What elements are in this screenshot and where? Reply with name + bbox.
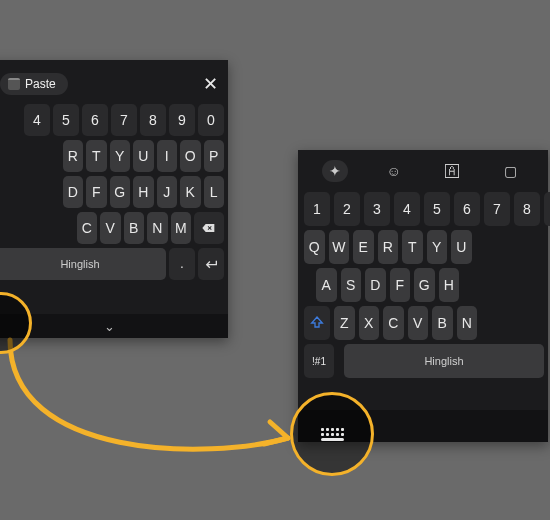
key-row-1: R T Y U I O P [0, 138, 228, 174]
key-c[interactable]: C [383, 306, 404, 340]
enter-key[interactable] [198, 248, 224, 280]
keyboard-left: Paste ✕ 4 5 6 7 8 9 0 R T Y U I O P D F … [0, 60, 228, 338]
emoji-icon[interactable]: ☺ [381, 160, 407, 182]
chevron-down-icon[interactable]: ⌄ [104, 319, 115, 334]
key-7[interactable]: 7 [111, 104, 137, 136]
backspace-key[interactable] [194, 212, 224, 244]
clipboard-icon[interactable]: ▢ [498, 160, 524, 182]
paste-chip[interactable]: Paste [0, 73, 68, 95]
key-row-1: Q W E R T Y U [298, 228, 548, 266]
key-n[interactable]: N [147, 212, 168, 244]
toolbar: ✦ ☺ 🄰 ▢ [298, 152, 548, 190]
key-4[interactable]: 4 [394, 192, 420, 226]
key-h[interactable]: H [439, 268, 460, 302]
key-8[interactable]: 8 [140, 104, 166, 136]
key-8[interactable]: 8 [514, 192, 540, 226]
symbols-key[interactable]: !#1 [304, 344, 334, 378]
key-4[interactable]: 4 [24, 104, 50, 136]
key-e[interactable]: E [353, 230, 374, 264]
key-u[interactable]: U [451, 230, 472, 264]
key-j[interactable]: J [157, 176, 178, 208]
keyboard-switch-icon[interactable] [321, 428, 344, 441]
highlight-circle-right [290, 392, 374, 476]
key-1[interactable]: 1 [304, 192, 330, 226]
shift-key[interactable] [304, 306, 330, 340]
key-7[interactable]: 7 [484, 192, 510, 226]
key-row-numbers: 1 2 3 4 5 6 7 8 9 0 [298, 190, 548, 228]
key-a[interactable]: A [316, 268, 337, 302]
key-row-space: !#1 Hinglish [298, 342, 548, 380]
suggestion-bar: Paste ✕ [0, 64, 228, 102]
key-p[interactable]: P [204, 140, 225, 172]
key-row-3: C V B N M [0, 210, 228, 246]
key-t[interactable]: T [86, 140, 107, 172]
key-r[interactable]: R [378, 230, 399, 264]
key-b[interactable]: B [432, 306, 453, 340]
sparkle-icon[interactable]: ✦ [322, 160, 348, 182]
key-y[interactable]: Y [110, 140, 131, 172]
close-icon[interactable]: ✕ [203, 75, 218, 93]
key-f[interactable]: F [390, 268, 411, 302]
key-c[interactable]: C [77, 212, 98, 244]
key-q[interactable]: Q [304, 230, 325, 264]
key-period[interactable]: . [169, 248, 195, 280]
key-z[interactable]: Z [334, 306, 355, 340]
key-9[interactable]: 9 [169, 104, 195, 136]
clipboard-icon [8, 78, 20, 90]
key-g[interactable]: G [414, 268, 435, 302]
key-2[interactable]: 2 [334, 192, 360, 226]
key-s[interactable]: S [341, 268, 362, 302]
key-d[interactable]: D [63, 176, 84, 208]
key-d[interactable]: D [365, 268, 386, 302]
key-5[interactable]: 5 [424, 192, 450, 226]
key-row-numbers: 4 5 6 7 8 9 0 [0, 102, 228, 138]
key-6[interactable]: 6 [82, 104, 108, 136]
key-v[interactable]: V [100, 212, 121, 244]
key-row-space: Hinglish . [0, 246, 228, 282]
nav-bar: ⌄ [0, 314, 228, 338]
key-y[interactable]: Y [427, 230, 448, 264]
key-w[interactable]: W [329, 230, 350, 264]
key-k[interactable]: K [180, 176, 201, 208]
translate-icon[interactable]: 🄰 [439, 160, 465, 182]
key-0[interactable]: 0 [198, 104, 224, 136]
spacebar[interactable]: Hinglish [344, 344, 544, 378]
key-i[interactable]: I [157, 140, 178, 172]
key-r[interactable]: R [63, 140, 84, 172]
key-5[interactable]: 5 [53, 104, 79, 136]
key-o[interactable]: O [180, 140, 201, 172]
key-6[interactable]: 6 [454, 192, 480, 226]
key-m[interactable]: M [171, 212, 192, 244]
key-t[interactable]: T [402, 230, 423, 264]
key-n[interactable]: N [457, 306, 478, 340]
key-g[interactable]: G [110, 176, 131, 208]
key-l[interactable]: L [204, 176, 225, 208]
spacebar[interactable]: Hinglish [0, 248, 166, 280]
key-u[interactable]: U [133, 140, 154, 172]
key-3[interactable]: 3 [364, 192, 390, 226]
key-row-3: Z X C V B N [298, 304, 548, 342]
key-f[interactable]: F [86, 176, 107, 208]
key-9[interactable]: 9 [544, 192, 550, 226]
key-h[interactable]: H [133, 176, 154, 208]
key-row-2: D F G H J K L [0, 174, 228, 210]
key-b[interactable]: B [124, 212, 145, 244]
key-x[interactable]: X [359, 306, 380, 340]
key-row-2: A S D F G H [298, 266, 548, 304]
key-v[interactable]: V [408, 306, 429, 340]
paste-label: Paste [25, 77, 56, 91]
